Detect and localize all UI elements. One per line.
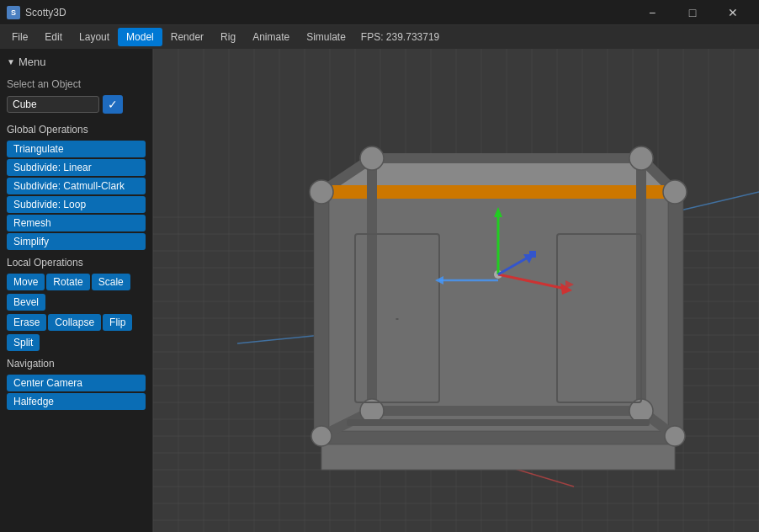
local-ops-row1: Move Rotate Scale (0, 272, 152, 292)
svg-point-73 (665, 426, 685, 446)
app-title: Scotty3D (25, 7, 66, 19)
menubar: File Edit Layout Model Render Rig Animat… (0, 25, 759, 49)
collapse-button[interactable]: Collapse (48, 314, 101, 331)
menu-animate[interactable]: Animate (244, 28, 298, 46)
svg-rect-55 (668, 188, 683, 440)
object-select-input[interactable] (7, 96, 99, 113)
close-button[interactable]: ✕ (714, 0, 752, 25)
menu-render[interactable]: Render (162, 28, 212, 46)
menu-layout[interactable]: Layout (71, 28, 118, 46)
svg-rect-85 (529, 251, 536, 258)
split-button[interactable]: Split (7, 334, 40, 351)
select-object-label: Select an Object (0, 73, 152, 93)
subdivide-catmull-button[interactable]: Subdivide: Catmull-Clark (7, 178, 146, 194)
subdivide-loop-button[interactable]: Subdivide: Loop (7, 196, 146, 213)
bevel-button[interactable]: Bevel (7, 294, 45, 311)
svg-point-62 (663, 180, 687, 204)
subdivide-linear-button[interactable]: Subdivide: Linear (7, 159, 146, 176)
svg-rect-77 (347, 419, 650, 426)
move-button[interactable]: Move (7, 274, 45, 290)
menu-rig[interactable]: Rig (212, 28, 244, 46)
menu-header: ▼ Menu (0, 49, 152, 73)
titlebar-controls: − □ ✕ (633, 0, 752, 25)
simplify-button[interactable]: Simplify (7, 233, 146, 250)
remesh-button[interactable]: Remesh (7, 215, 146, 231)
object-confirm-button[interactable]: ✓ (103, 95, 123, 114)
app-icon: S (7, 6, 20, 19)
triangulate-button[interactable]: Triangulate (7, 141, 146, 157)
menu-model[interactable]: Model (118, 28, 162, 46)
menu-triangle-icon: ▼ (7, 57, 15, 66)
titlebar: S Scotty3D − □ ✕ (0, 0, 759, 25)
svg-point-69 (629, 146, 653, 170)
halfedge-button[interactable]: Halfedge (7, 393, 146, 410)
rotate-button[interactable]: Rotate (46, 274, 89, 290)
titlebar-left: S Scotty3D (7, 6, 66, 19)
navigation-label: Navigation (0, 353, 152, 373)
svg-rect-56 (321, 431, 675, 444)
menu-label: Menu (19, 56, 46, 68)
erase-button[interactable]: Erase (7, 314, 46, 331)
local-ops-row4: Split (0, 332, 152, 353)
svg-point-61 (310, 180, 333, 204)
scale-button[interactable]: Scale (92, 274, 130, 290)
minimize-button[interactable]: − (633, 0, 671, 25)
flip-button[interactable]: Flip (103, 314, 132, 331)
maximize-button[interactable]: □ (673, 0, 712, 25)
fps-display: FPS: 239.733719 (361, 31, 439, 43)
menu-simulate[interactable]: Simulate (298, 28, 354, 46)
svg-rect-54 (314, 188, 329, 440)
local-ops-row2: Bevel (0, 292, 152, 312)
center-camera-button[interactable]: Center Camera (7, 375, 146, 391)
sidebar: ▼ Menu Select an Object ✓ Global Operati… (0, 49, 153, 532)
svg-point-68 (360, 146, 384, 170)
svg-point-72 (311, 426, 332, 446)
local-ops-label: Local Operations (0, 252, 152, 272)
menu-file[interactable]: File (3, 28, 36, 46)
main-layout: ▼ Menu Select an Object ✓ Global Operati… (0, 49, 759, 532)
menu-edit[interactable]: Edit (36, 28, 71, 46)
local-ops-row3: Erase Collapse Flip (0, 312, 152, 332)
select-object-row: ✓ (0, 93, 152, 119)
viewport-svg (153, 49, 759, 532)
global-ops-label: Global Operations (0, 119, 152, 139)
viewport[interactable] (153, 49, 759, 532)
